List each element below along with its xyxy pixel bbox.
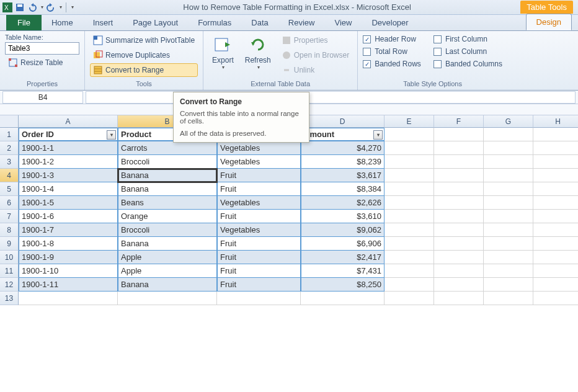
cell[interactable] xyxy=(533,141,578,155)
cell[interactable]: $8,239 xyxy=(301,155,385,169)
row-header[interactable]: 5 xyxy=(0,182,19,196)
cell[interactable]: Fruit xyxy=(217,182,301,196)
file-tab[interactable]: File xyxy=(6,15,42,30)
cell[interactable] xyxy=(217,292,301,305)
cell[interactable] xyxy=(484,264,533,278)
cell[interactable] xyxy=(385,210,434,223)
row-header[interactable]: 8 xyxy=(0,223,19,237)
cell[interactable]: Fruit xyxy=(217,251,301,264)
column-header[interactable]: D xyxy=(301,115,385,128)
cell[interactable]: Vegetables xyxy=(217,223,301,237)
table-header-cell[interactable]: Order ID▾ xyxy=(19,128,118,141)
cell[interactable] xyxy=(484,278,533,292)
cell[interactable]: $3,610 xyxy=(301,210,385,223)
cell[interactable] xyxy=(385,155,434,169)
redo-dropdown-icon[interactable]: ▾ xyxy=(60,4,62,10)
cell[interactable] xyxy=(533,223,578,237)
cell[interactable] xyxy=(533,251,578,264)
cell[interactable]: $6,906 xyxy=(301,237,385,251)
row-header[interactable]: 4 xyxy=(0,169,19,182)
cell[interactable]: Apple xyxy=(118,251,217,264)
cell[interactable]: Orange xyxy=(118,210,217,223)
cell[interactable]: $8,250 xyxy=(301,278,385,292)
cell[interactable] xyxy=(434,264,484,278)
cell[interactable]: 1900-1-10 xyxy=(19,264,118,278)
resize-table-button[interactable]: Resize Table xyxy=(5,56,79,69)
cell[interactable]: Banana xyxy=(118,182,217,196)
cell[interactable] xyxy=(434,278,484,292)
cell[interactable] xyxy=(484,128,533,141)
cell[interactable]: Carrots xyxy=(118,141,217,155)
cell[interactable]: Broccoli xyxy=(118,223,217,237)
cell[interactable] xyxy=(434,223,484,237)
total-row-checkbox[interactable]: Total Row xyxy=(363,46,421,57)
row-header[interactable]: 12 xyxy=(0,278,19,292)
cell[interactable]: Fruit xyxy=(217,237,301,251)
cell[interactable]: 1900-1-4 xyxy=(19,182,118,196)
cell[interactable]: Banana xyxy=(118,237,217,251)
cell[interactable]: Vegetables xyxy=(217,196,301,210)
undo-dropdown-icon[interactable]: ▾ xyxy=(41,4,43,10)
cell[interactable] xyxy=(385,169,434,182)
cell[interactable] xyxy=(434,251,484,264)
cell[interactable] xyxy=(434,155,484,169)
remove-duplicates-button[interactable]: Remove Duplicates xyxy=(90,48,198,62)
cell[interactable]: 1900-1-3 xyxy=(19,169,118,182)
row-header[interactable]: 2 xyxy=(0,141,19,155)
cell[interactable] xyxy=(434,128,484,141)
cell[interactable]: Banana xyxy=(118,278,217,292)
cell[interactable] xyxy=(434,237,484,251)
cell[interactable]: $2,626 xyxy=(301,196,385,210)
column-header[interactable]: E xyxy=(385,115,434,128)
row-header[interactable]: 7 xyxy=(0,210,19,223)
refresh-button[interactable]: Refresh ▾ xyxy=(241,33,275,79)
cell[interactable]: 1900-1-9 xyxy=(19,251,118,264)
column-header[interactable]: G xyxy=(484,115,533,128)
column-header[interactable]: H xyxy=(533,115,578,128)
cell[interactable] xyxy=(533,237,578,251)
cell[interactable] xyxy=(434,141,484,155)
cell[interactable] xyxy=(385,264,434,278)
cell[interactable] xyxy=(19,292,118,305)
undo-icon[interactable] xyxy=(27,2,37,12)
cell[interactable]: Fruit xyxy=(217,278,301,292)
row-header[interactable]: 3 xyxy=(0,155,19,169)
cell[interactable]: $8,384 xyxy=(301,182,385,196)
cell[interactable]: $7,431 xyxy=(301,264,385,278)
filter-dropdown-icon[interactable]: ▾ xyxy=(373,130,383,140)
cell[interactable]: 1900-1-7 xyxy=(19,223,118,237)
row-header[interactable]: 10 xyxy=(0,251,19,264)
cell[interactable] xyxy=(533,292,578,305)
cell[interactable]: Beans xyxy=(118,196,217,210)
cell[interactable]: $4,270 xyxy=(301,141,385,155)
cell[interactable] xyxy=(533,182,578,196)
row-header[interactable]: 11 xyxy=(0,264,19,278)
convert-to-range-button[interactable]: Convert to Range xyxy=(90,63,198,77)
column-header[interactable]: A xyxy=(19,115,118,128)
cell[interactable] xyxy=(434,196,484,210)
cell[interactable]: 1900-1-6 xyxy=(19,210,118,223)
cell[interactable] xyxy=(484,292,533,305)
cell[interactable]: Fruit xyxy=(217,210,301,223)
name-box[interactable]: B4 xyxy=(2,91,83,104)
cell[interactable]: Fruit xyxy=(217,264,301,278)
row-header[interactable]: 9 xyxy=(0,237,19,251)
cell[interactable] xyxy=(533,278,578,292)
cell[interactable]: Broccoli xyxy=(118,155,217,169)
cell[interactable]: Apple xyxy=(118,264,217,278)
cell[interactable]: Fruit xyxy=(217,169,301,182)
tab-design[interactable]: Design xyxy=(526,14,572,30)
cell[interactable] xyxy=(484,251,533,264)
cell[interactable] xyxy=(533,155,578,169)
column-header[interactable]: F xyxy=(434,115,484,128)
tab-home[interactable]: Home xyxy=(42,15,83,30)
cell[interactable]: 1900-1-8 xyxy=(19,237,118,251)
row-header[interactable]: 13 xyxy=(0,292,19,305)
first-column-checkbox[interactable]: First Column xyxy=(434,33,502,45)
formula-bar[interactable]: Convert to Range Convert this table into… xyxy=(86,91,576,104)
redo-icon[interactable] xyxy=(46,2,56,12)
select-all-corner[interactable] xyxy=(0,115,19,128)
filter-dropdown-icon[interactable]: ▾ xyxy=(107,130,116,140)
cell[interactable] xyxy=(484,210,533,223)
cell[interactable] xyxy=(434,292,484,305)
